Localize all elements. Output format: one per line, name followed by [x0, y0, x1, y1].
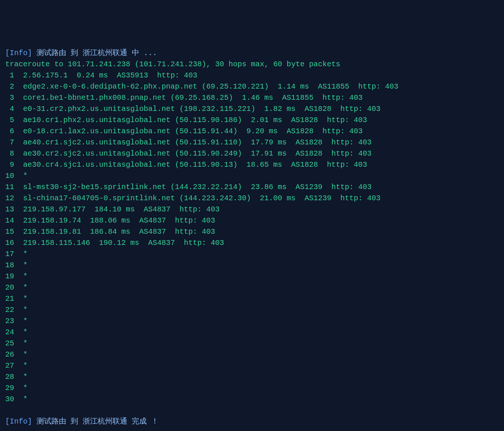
hop-number: 29: [5, 383, 14, 394]
hop-number: 26: [5, 349, 14, 360]
hop-content: edge2.xe-0-0-6.dedipath-62.phx.pnap.net …: [14, 82, 398, 91]
info-tag: [Info]: [5, 417, 32, 426]
hop-number: 18: [5, 260, 14, 271]
hop-content: *: [14, 317, 28, 325]
hop-line: 6 e0-18.cr1.lax2.us.unitasgloba.net (50.…: [5, 126, 499, 137]
hop-number: 4: [5, 103, 14, 115]
hop-number: 6: [5, 126, 14, 137]
hop-number: 28: [5, 371, 14, 383]
info-text: 测试路由 到 浙江杭州联通 完成 ！: [32, 417, 159, 426]
hop-content: *: [14, 373, 28, 381]
hop-line: 11 sl-mst30-sj2-be15.sprintlink.net (144…: [5, 182, 499, 193]
hop-number: 23: [5, 316, 14, 327]
hop-line: 5 ae10.cr1.phx2.us.unitasglobal.net (50.…: [5, 115, 499, 126]
hop-number: 10: [5, 170, 14, 182]
hop-number: 21: [5, 293, 14, 304]
hop-line: 8 ae30.cr2.sjc2.us.unitasglobal.net (50.…: [5, 148, 499, 159]
hop-line: 20 *: [5, 282, 499, 293]
hop-line: 26 *: [5, 349, 499, 360]
hop-number: 14: [5, 215, 14, 226]
hop-content: *: [14, 250, 28, 258]
hop-content: *: [14, 306, 28, 314]
info-text: 测试路由 到 浙江杭州联通 中 ...: [32, 49, 157, 57]
hop-content: ae30.cr4.sjc1.us.unitasglobal.net (50.11…: [14, 160, 367, 169]
hop-content: *: [14, 283, 28, 292]
hop-line: 23 *: [5, 316, 499, 327]
hop-number: 30: [5, 394, 14, 405]
hop-line: 19 *: [5, 271, 499, 282]
hop-line: 22 *: [5, 304, 499, 316]
hop-line: 15 219.158.19.81 186.84 ms AS4837 http: …: [5, 226, 499, 237]
hop-number: 16: [5, 237, 14, 249]
hop-content: *: [14, 294, 28, 303]
hop-line: 18 *: [5, 260, 499, 271]
hop-content: *: [14, 328, 28, 336]
hop-number: 7: [5, 137, 14, 148]
hop-line: 25 *: [5, 338, 499, 349]
hop-line: 21 *: [5, 293, 499, 304]
hop-line: 16 219.158.115.146 190.12 ms AS4837 http…: [5, 237, 499, 249]
hop-content: *: [14, 395, 28, 403]
hop-content: e0-18.cr1.lax2.us.unitasgloba.net (50.11…: [14, 127, 363, 135]
hop-content: ae30.cr2.sjc2.us.unitasglobal.net (50.11…: [14, 149, 371, 158]
hop-content: *: [14, 261, 28, 269]
hop-line: 24 *: [5, 327, 499, 338]
hop-content: 2.56.175.1 0.24 ms AS35913 http: 403: [14, 71, 197, 80]
hop-content: core1.be1-bbnet1.phx008.pnap.net (69.25.…: [14, 93, 363, 102]
hop-line: 27 *: [5, 360, 499, 371]
hop-number: 8: [5, 148, 14, 159]
hop-line: 14 219.158.19.74 188.06 ms AS4837 http: …: [5, 215, 499, 226]
hop-line: 1 2.56.175.1 0.24 ms AS35913 http: 403: [5, 70, 499, 81]
hop-number: 24: [5, 327, 14, 338]
hop-number: 2: [5, 81, 14, 92]
hop-content: sl-mst30-sj2-be15.sprintlink.net (144.23…: [14, 183, 371, 191]
traceroute-header: traceroute to 101.71.241.238 (101.71.241…: [5, 59, 499, 70]
hop-number: 20: [5, 282, 14, 293]
hop-number: 17: [5, 249, 14, 260]
hop-content: *: [14, 272, 28, 281]
hop-line: 12 sl-china17-604705-0.sprintlink.net (1…: [5, 193, 499, 204]
hop-number: 25: [5, 338, 14, 349]
hop-number: 22: [5, 304, 14, 316]
hop-content: sl-china17-604705-0.sprintlink.net (144.…: [14, 194, 380, 202]
hop-content: ae10.cr1.phx2.us.unitasglobal.net (50.11…: [14, 116, 367, 124]
hop-content: *: [14, 339, 28, 348]
hops-list: 1 2.56.175.1 0.24 ms AS35913 http: 403 2…: [5, 70, 499, 405]
hop-number: 3: [5, 92, 14, 103]
hop-content: ae40.cr1.sjc2.us.unitasglobal.net (50.11…: [14, 138, 371, 147]
hop-content: *: [14, 350, 28, 359]
hop-line: 29 *: [5, 383, 499, 394]
hop-number: 1: [5, 70, 14, 81]
hop-line: 4 e0-31.cr2.phx2.us.unitasglobal.net (19…: [5, 103, 499, 115]
hop-line: 28 *: [5, 371, 499, 383]
hop-line: 9 ae30.cr4.sjc1.us.unitasglobal.net (50.…: [5, 159, 499, 170]
hop-content: 219.158.19.81 186.84 ms AS4837 http: 403: [14, 227, 215, 236]
info-line-end: [Info] 测试路由 到 浙江杭州联通 完成 ！: [5, 416, 499, 427]
hop-line: 13 219.158.97.177 184.10 ms AS4837 http:…: [5, 204, 499, 215]
hop-number: 11: [5, 182, 14, 193]
hop-line: 10 *: [5, 170, 499, 182]
hop-line: 17 *: [5, 249, 499, 260]
hop-number: 13: [5, 204, 14, 215]
info-line-start: [Info] 测试路由 到 浙江杭州联通 中 ...: [5, 48, 499, 59]
hop-line: 3 core1.be1-bbnet1.phx008.pnap.net (69.2…: [5, 92, 499, 103]
blank-line: [5, 405, 499, 416]
hop-number: 19: [5, 271, 14, 282]
hop-number: 5: [5, 115, 14, 126]
hop-content: *: [14, 172, 28, 180]
hop-number: 15: [5, 226, 14, 237]
hop-content: *: [14, 384, 28, 392]
hop-content: e0-31.cr2.phx2.us.unitasglobal.net (198.…: [14, 105, 380, 113]
hop-content: 219.158.97.177 184.10 ms AS4837 http: 40…: [14, 205, 220, 214]
info-tag: [Info]: [5, 49, 32, 57]
hop-content: 219.158.19.74 188.06 ms AS4837 http: 403: [14, 216, 215, 225]
hop-number: 27: [5, 360, 14, 371]
hop-content: 219.158.115.146 190.12 ms AS4837 http: 4…: [14, 239, 224, 247]
hop-number: 12: [5, 193, 14, 204]
hop-number: 9: [5, 159, 14, 170]
hop-line: 2 edge2.xe-0-0-6.dedipath-62.phx.pnap.ne…: [5, 81, 499, 92]
hop-line: 7 ae40.cr1.sjc2.us.unitasglobal.net (50.…: [5, 137, 499, 148]
terminal-output: [Info] 测试路由 到 浙江杭州联通 中 ...traceroute to …: [5, 48, 499, 427]
hop-line: 30 *: [5, 394, 499, 405]
hop-content: *: [14, 361, 28, 370]
